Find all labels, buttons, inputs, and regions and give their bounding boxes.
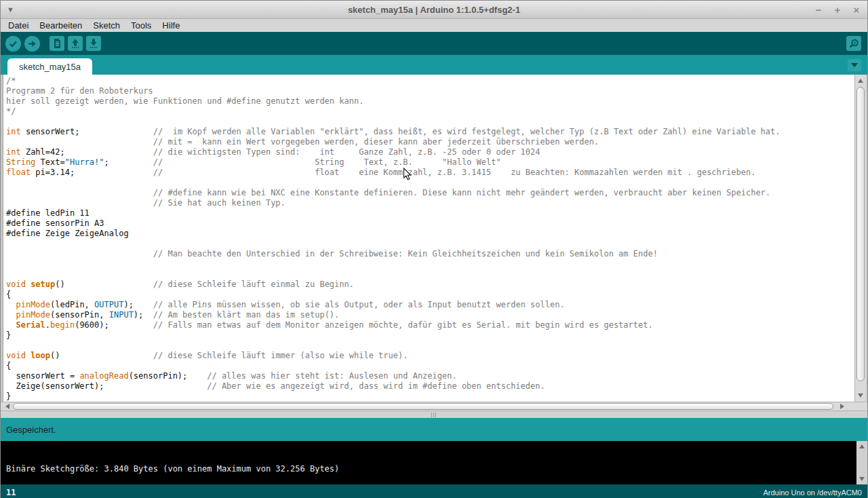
- code-line: float pi=3.14; // float eine Kommazahl, …: [6, 168, 854, 178]
- tab-label: sketch_may15a: [19, 62, 81, 72]
- board-port-info: Arduino Uno on /dev/ttyACM0: [763, 489, 862, 497]
- close-button[interactable]: ×: [851, 5, 862, 16]
- code-line: [6, 239, 854, 249]
- upload-button[interactable]: [24, 36, 40, 52]
- toolbar: [1, 32, 867, 55]
- code-area: /*Programm 2 für den Roboterkurshier sol…: [3, 75, 854, 402]
- horizontal-scrollbar-thumb[interactable]: [13, 403, 833, 410]
- console-scrollbar[interactable]: [856, 441, 867, 484]
- arduino-ide-window: ▼ sketch_may15a | Arduino 1:1.0.5+dfsg2-…: [0, 0, 868, 498]
- serial-monitor-button[interactable]: [846, 36, 861, 51]
- vertical-scrollbar-thumb[interactable]: [856, 87, 865, 381]
- code-line: }: [6, 330, 854, 341]
- editor-vertical-scrollbar[interactable]: [854, 75, 866, 402]
- code-line: [6, 269, 854, 280]
- arrow-right-circle-icon: [27, 39, 37, 49]
- scroll-left-icon[interactable]: [3, 402, 12, 410]
- code-line: hier soll gezeigt werden, wie Funktionen…: [6, 96, 854, 107]
- magnifier-icon: [848, 38, 860, 50]
- code-line: // #define kann wie bei NXC eine Konstan…: [6, 188, 854, 198]
- menu-item-hilfe[interactable]: Hilfe: [157, 19, 185, 32]
- arrow-down-tray-icon: [88, 38, 99, 49]
- open-button[interactable]: [68, 36, 83, 51]
- code-line: #define Zeige ZeigeAnalog: [6, 229, 854, 239]
- menu-bar: Datei Bearbeiten Sketch Tools Hilfe: [1, 19, 867, 32]
- window-title: sketch_may15a | Arduino 1:1.0.5+dfsg2-1: [1, 5, 867, 15]
- maximize-button[interactable]: +: [832, 5, 843, 16]
- code-line: */: [6, 107, 854, 117]
- code-line: pinMode(sensorPin, INPUT); // Am besten …: [6, 310, 854, 320]
- menu-item-bearbeiten[interactable]: Bearbeiten: [34, 19, 87, 32]
- title-bar[interactable]: ▼ sketch_may15a | Arduino 1:1.0.5+dfsg2-…: [1, 1, 867, 19]
- console-splitter[interactable]: [1, 411, 867, 418]
- console-scroll-down-icon[interactable]: [856, 474, 867, 484]
- menu-item-datei[interactable]: Datei: [3, 19, 34, 32]
- scroll-right-icon[interactable]: [837, 402, 847, 410]
- code-line: [6, 259, 854, 269]
- code-editor[interactable]: /*Programm 2 für den Roboterkurshier sol…: [3, 75, 854, 402]
- scroll-down-icon[interactable]: [855, 391, 866, 400]
- code-line: String Text="Hurra!"; // String Text, z.…: [6, 157, 854, 168]
- minimize-button[interactable]: −: [813, 5, 824, 16]
- code-line: [6, 178, 854, 188]
- mouse-cursor: [403, 168, 412, 181]
- code-line: Programm 2 für den Roboterkurs: [6, 86, 854, 96]
- console-scroll-up-icon[interactable]: [856, 442, 867, 451]
- code-line: Zeige(sensorWert); // Aber wie es angeze…: [6, 381, 854, 391]
- new-sketch-button[interactable]: [50, 36, 64, 51]
- code-line: void loop() // diese Schleife läuft imme…: [6, 351, 854, 361]
- code-line: // mit = kann ein Wert vorgegeben werden…: [6, 137, 854, 147]
- document-icon: [52, 38, 62, 49]
- splitter-grip-icon: [431, 413, 437, 417]
- chevron-down-icon: [851, 63, 858, 67]
- editor-horizontal-scrollbar[interactable]: [1, 402, 867, 411]
- code-line: // Sie hat auch keinen Typ.: [6, 198, 854, 208]
- tab-sketch-may15a[interactable]: sketch_may15a: [7, 58, 92, 75]
- code-line: Serial.begin(9600); // Falls man etwas a…: [6, 320, 854, 330]
- code-line: // Man beachte den Unterschied in der Sc…: [6, 249, 854, 259]
- code-line: sensorWert = analogRead(sensorPin); // a…: [6, 371, 854, 381]
- tab-dropdown-button[interactable]: [848, 59, 861, 71]
- code-line: void setup() // diese Schleife läuft ein…: [6, 280, 854, 290]
- verify-button[interactable]: [5, 36, 21, 52]
- code-line: int sensorWert; // im Kopf werden alle V…: [6, 127, 854, 137]
- save-button[interactable]: [86, 36, 101, 51]
- code-line: int Zahl=42; // die wichtigsten Typen si…: [6, 147, 854, 157]
- arrow-up-tray-icon: [70, 38, 81, 49]
- status-bar: Gespeichert.: [1, 418, 867, 441]
- tab-bar: sketch_may15a: [1, 55, 867, 75]
- footer-status-bar: 11 Arduino Uno on /dev/ttyACM0: [1, 484, 867, 498]
- check-circle-icon: [8, 39, 18, 49]
- menu-item-sketch[interactable]: Sketch: [87, 19, 125, 32]
- code-line: #define ledPin 11: [6, 208, 854, 218]
- line-number: 11: [6, 488, 16, 497]
- code-line: {: [6, 361, 854, 371]
- code-line: pinMode(ledPin, OUTPUT); // alle Pins mü…: [6, 300, 854, 310]
- console-output: Binäre Sketchgröße: 3.840 Bytes (von ein…: [1, 441, 856, 484]
- scroll-up-icon[interactable]: [855, 76, 866, 85]
- console: Binäre Sketchgröße: 3.840 Bytes (von ein…: [1, 441, 867, 484]
- code-line: {: [6, 290, 854, 300]
- code-line: /*: [6, 76, 854, 86]
- code-line: }: [6, 391, 854, 402]
- code-line: [6, 341, 854, 351]
- code-line: [6, 117, 854, 127]
- code-line: #define sensorPin A3: [6, 218, 854, 229]
- status-message: Gespeichert.: [6, 425, 56, 435]
- menu-item-tools[interactable]: Tools: [125, 19, 157, 32]
